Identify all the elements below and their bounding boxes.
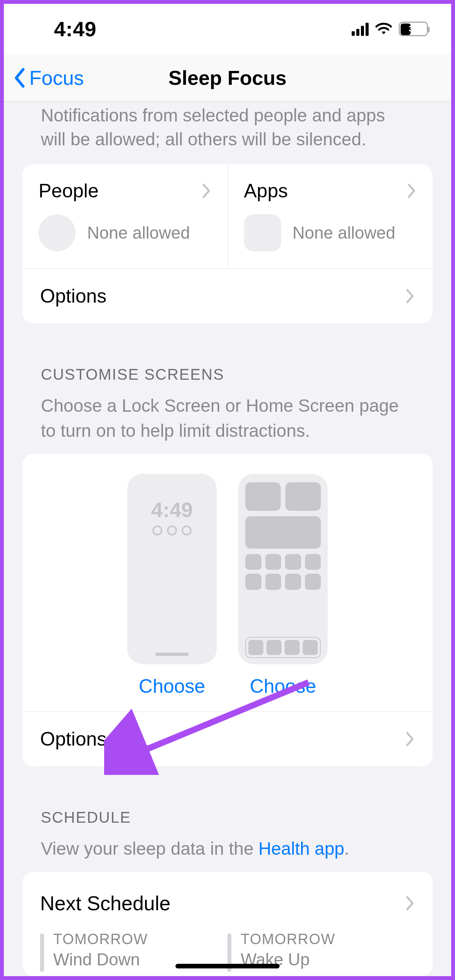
choose-lock-screen-button[interactable]: Choose: [139, 675, 205, 697]
chevron-right-icon: [405, 896, 415, 911]
schedule-header: SCHEDULE: [4, 766, 451, 832]
battery-icon: 36: [399, 22, 428, 36]
people-status: None allowed: [87, 223, 190, 242]
options-label: Options: [40, 285, 106, 307]
allowed-description: Notifications from selected people and a…: [4, 102, 451, 164]
choose-home-screen-button[interactable]: Choose: [250, 675, 316, 697]
schedule-event-name: Wind Down: [53, 950, 148, 969]
allowed-options-row[interactable]: Options: [22, 268, 433, 323]
lock-preview-time: 4:49: [151, 498, 193, 522]
home-screen-preview[interactable]: Choose: [238, 474, 328, 697]
chevron-left-icon: [12, 67, 28, 89]
home-indicator[interactable]: [175, 964, 280, 968]
options-label: Options: [40, 728, 106, 750]
status-bar: 4:49 36: [4, 4, 451, 54]
schedule-day-label: TOMORROW: [241, 931, 335, 948]
chevron-right-icon: [201, 183, 211, 199]
next-schedule-label: Next Schedule: [40, 892, 170, 915]
back-label: Focus: [29, 66, 84, 89]
schedule-day-label: TOMORROW: [53, 931, 148, 948]
chevron-right-icon: [405, 288, 415, 304]
customise-options-row[interactable]: Options: [22, 711, 433, 766]
status-time: 4:49: [54, 17, 96, 41]
status-icons: 36: [352, 22, 428, 36]
chevron-right-icon: [406, 183, 416, 199]
apps-placeholder-icon: [244, 214, 281, 251]
customise-screens-card: 4:49 Choose: [22, 454, 433, 766]
people-placeholder-icon: [39, 214, 76, 251]
apps-status: None allowed: [293, 223, 396, 242]
health-app-link[interactable]: Health app: [258, 839, 344, 859]
lock-screen-thumbnail: 4:49: [127, 474, 217, 664]
lock-screen-preview[interactable]: 4:49 Choose: [127, 474, 217, 697]
customise-header: CUSTOMISE SCREENS: [4, 323, 451, 389]
allowed-card: People None allowed Apps Non: [22, 164, 433, 323]
navigation-bar: Focus Sleep Focus: [4, 54, 451, 102]
next-schedule-card: Next Schedule TOMORROW Wind Down TOMORRO…: [22, 872, 433, 976]
schedule-description: View your sleep data in the Health app.: [4, 832, 451, 872]
cellular-icon: [352, 22, 369, 36]
people-title: People: [39, 180, 99, 202]
lock-preview-dots: [152, 525, 192, 535]
battery-percent: 36: [400, 24, 427, 34]
schedule-marker: [40, 933, 44, 972]
apps-title: Apps: [244, 180, 288, 202]
customise-description: Choose a Lock Screen or Home Screen page…: [4, 389, 451, 454]
chevron-right-icon: [405, 731, 415, 747]
people-cell[interactable]: People None allowed: [22, 164, 228, 268]
wifi-icon: [375, 22, 393, 36]
next-schedule-row[interactable]: Next Schedule: [22, 872, 433, 931]
apps-cell[interactable]: Apps None allowed: [228, 164, 433, 268]
home-screen-thumbnail: [238, 474, 328, 664]
back-button[interactable]: Focus: [4, 66, 84, 89]
